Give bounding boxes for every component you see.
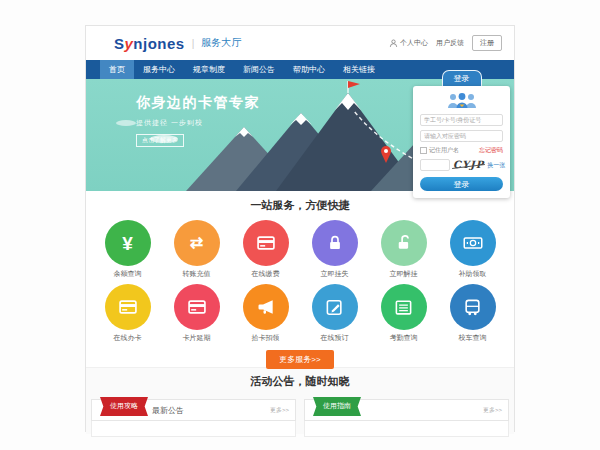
panel-more-link[interactable]: 更多>> [483,406,502,415]
service-label: 在线缴费 [231,269,300,279]
hero-subtitle: 提供捷径 一步到校 [136,118,260,128]
panel-header-bar: 使用指南更多>> [304,399,509,421]
panel-body [91,421,296,437]
logo-text: S [114,35,125,52]
captcha-image[interactable]: CYJP [453,160,484,170]
logo-text-2: njones [133,35,184,52]
service-item-0[interactable]: ¥余额查询 [93,220,162,279]
panel-header-bar: 使用攻略最新公告更多>> [91,399,296,421]
hero-title: 你身边的卡管专家 [136,94,260,112]
service-label: 在线办卡 [93,333,162,343]
login-panel: 登录 记住用户名 忘记密码 CYJP 换一张 登录 [413,70,510,198]
captcha-refresh-link[interactable]: 换一张 [487,161,505,170]
header-links: 个人中心 用户反馈 注册 [389,35,502,51]
service-item-8[interactable]: 拾卡招领 [231,284,300,343]
forgot-password-link[interactable]: 忘记密码 [479,146,503,155]
megaphone-icon [243,284,289,330]
panel-more-link[interactable]: 更多>> [270,406,289,415]
login-tab[interactable]: 登录 [442,70,482,87]
login-button[interactable]: 登录 [420,177,503,191]
users-icon [445,92,479,109]
captcha-input[interactable] [420,159,450,171]
user-icon [389,39,398,48]
service-item-1[interactable]: ⇄转账充值 [162,220,231,279]
remember-checkbox[interactable] [420,147,427,154]
card-icon [174,284,220,330]
service-item-5[interactable]: 补助领取 [438,220,507,279]
lock-icon [312,220,358,266]
user-feedback-link[interactable]: 用户反馈 [436,38,464,48]
services-grid: ¥余额查询⇄转账充值在线缴费立即挂失立即解挂补助领取在线办卡卡片延期拾卡招领在线… [93,220,507,348]
nav-item-4[interactable]: 帮助中心 [284,60,334,79]
service-item-9[interactable]: 在线预订 [300,284,369,343]
service-item-3[interactable]: 立即挂失 [300,220,369,279]
username-input[interactable] [420,114,503,126]
activity-title: 活动公告，随时知晓 [86,368,514,389]
more-services-button[interactable]: 更多服务>> [266,350,333,369]
panel-ribbon-tab[interactable]: 使用指南 [313,397,361,416]
bus-icon [450,284,496,330]
services-section: 一站服务，方便快捷 ¥余额查询⇄转账充值在线缴费立即挂失立即解挂补助领取在线办卡… [86,191,514,367]
page: Synjones | 服务大厅 个人中心 用户反馈 注册 首页服务中心规章制度新… [85,25,515,432]
unlock-icon [381,220,427,266]
nav-item-0[interactable]: 首页 [100,60,134,79]
service-label: 转账充值 [162,269,231,279]
remember-label: 记住用户名 [429,146,459,155]
header-divider: | [192,38,195,49]
banknote-icon [450,220,496,266]
feedback-label: 用户反馈 [436,38,464,48]
password-input[interactable] [420,130,503,142]
panel-ribbon-tab[interactable]: 使用攻略 [100,397,148,416]
nav-item-1[interactable]: 服务中心 [134,60,184,79]
login-form: 记住用户名 忘记密码 CYJP 换一张 登录 [413,86,510,198]
personal-center-label: 个人中心 [400,38,428,48]
service-item-4[interactable]: 立即解挂 [369,220,438,279]
card-icon [105,284,151,330]
nav-item-5[interactable]: 相关链接 [334,60,384,79]
service-label: 立即挂失 [300,269,369,279]
service-item-10[interactable]: 考勤查询 [369,284,438,343]
service-item-2[interactable]: 在线缴费 [231,220,300,279]
service-label: 卡片延期 [162,333,231,343]
transfer-icon: ⇄ [174,220,220,266]
nav-item-3[interactable]: 新闻公告 [234,60,284,79]
edit-icon [312,284,358,330]
service-label: 在线预订 [300,333,369,343]
nav-item-2[interactable]: 规章制度 [184,60,234,79]
captcha-row: CYJP 换一张 [420,159,503,171]
yen-icon: ¥ [105,220,151,266]
hero-text: 你身边的卡管专家 提供捷径 一步到校 点击了解更多 [136,94,260,147]
activity-panels: 使用攻略最新公告更多>>使用指南更多>> [86,399,514,437]
logo[interactable]: Synjones [114,35,185,52]
activity-section: 活动公告，随时知晓 使用攻略最新公告更多>>使用指南更多>> [86,367,514,434]
service-item-7[interactable]: 卡片延期 [162,284,231,343]
panel-body [304,421,509,437]
register-button[interactable]: 注册 [472,35,502,51]
service-label: 余额查询 [93,269,162,279]
site-name: 服务大厅 [201,36,241,50]
service-label: 考勤查询 [369,333,438,343]
service-label: 拾卡招领 [231,333,300,343]
service-label: 立即解挂 [369,269,438,279]
header: Synjones | 服务大厅 个人中心 用户反馈 注册 [86,26,514,60]
service-item-6[interactable]: 在线办卡 [93,284,162,343]
service-item-11[interactable]: 校车查询 [438,284,507,343]
personal-center-link[interactable]: 个人中心 [389,38,428,48]
list-icon [381,284,427,330]
panel-secondary-tab[interactable]: 最新公告 [152,405,184,416]
hero-cta-button[interactable]: 点击了解更多 [136,134,184,147]
activity-panel-1: 使用指南更多>> [304,399,509,437]
service-label: 校车查询 [438,333,507,343]
service-label: 补助领取 [438,269,507,279]
card-icon [243,220,289,266]
remember-row: 记住用户名 忘记密码 [420,146,503,155]
activity-panel-0: 使用攻略最新公告更多>> [91,399,296,437]
